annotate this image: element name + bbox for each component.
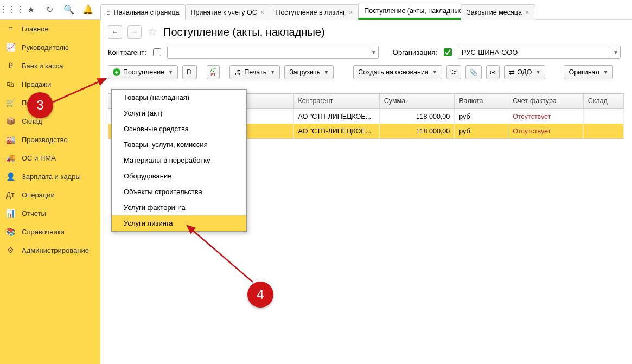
sidebar-item[interactable]: 📊Отчеты: [0, 204, 100, 222]
cell: [584, 109, 624, 124]
dropdown-item[interactable]: Услуги факторинга: [112, 200, 246, 215]
dtkt-button[interactable]: ДтКт: [207, 65, 220, 79]
attach-button[interactable]: 📎: [465, 65, 482, 79]
mail-button[interactable]: ✉: [486, 65, 500, 79]
related-button[interactable]: 🗂: [446, 65, 461, 79]
sidebar-item[interactable]: ₽Банк и касса: [0, 56, 100, 75]
contractor-input[interactable]: [168, 46, 369, 58]
column-header[interactable]: Валюта: [455, 94, 508, 108]
sidebar-item[interactable]: 📚Справочники: [0, 222, 100, 241]
toolbar: + Поступление ▼ 🗋 ДтКт Печать ▼ Загрузит…: [108, 65, 624, 79]
print-button[interactable]: Печать ▼: [229, 65, 280, 79]
dropdown-item[interactable]: Услуги (акт): [112, 105, 246, 121]
favorite-star-icon[interactable]: ☆: [147, 25, 158, 39]
create-button[interactable]: + Поступление ▼: [108, 65, 178, 79]
cell: Отсутствует: [508, 124, 583, 138]
close-icon[interactable]: ×: [260, 8, 265, 16]
dropdown-item[interactable]: Оборудование: [112, 168, 246, 184]
original-label: Оригинал: [569, 68, 599, 76]
history-icon[interactable]: ↻: [42, 2, 58, 17]
close-icon[interactable]: ×: [525, 8, 529, 16]
column-header[interactable]: Сумма: [380, 94, 455, 108]
sidebar-item[interactable]: ДтОперации: [0, 186, 100, 204]
chevron-down-icon: ▼: [603, 69, 608, 75]
contractor-combo[interactable]: ▼: [167, 46, 379, 59]
sidebar-label: Производство: [22, 136, 68, 144]
chevron-down-icon: ▼: [168, 69, 173, 75]
sidebar-item[interactable]: 📈Руководителю: [0, 38, 100, 56]
chevron-down-icon: ▼: [432, 69, 437, 75]
create-based-button[interactable]: Создать на основании ▼: [353, 65, 442, 79]
cell: 118 000,00: [380, 124, 455, 138]
sidebar-icon: 📦: [5, 117, 15, 125]
edo-label: ЭДО: [518, 68, 532, 76]
column-header[interactable]: Счет-фактура: [508, 94, 583, 108]
sidebar-label: ОС и НМА: [22, 154, 56, 162]
tab[interactable]: Поступление (акты, накладные)×: [358, 3, 461, 20]
edo-button[interactable]: ⇄ ЭДО ▼: [504, 65, 546, 79]
org-combo[interactable]: ▼: [458, 46, 621, 59]
filter-row: Контрагент: ▼ Организация: ▼: [108, 46, 624, 59]
close-icon[interactable]: ×: [349, 8, 353, 16]
bell-icon[interactable]: 🔔: [80, 2, 95, 17]
dropdown-item[interactable]: Товары, услуги, комиссия: [112, 137, 246, 152]
original-button[interactable]: Оригинал ▼: [564, 65, 612, 79]
chevron-down-icon: ▼: [536, 69, 541, 75]
forward-button[interactable]: →: [127, 25, 142, 39]
cell: [240, 109, 294, 124]
sidebar-icon: 🛒: [5, 98, 15, 107]
sidebar-icon: 🚚: [5, 154, 15, 162]
tab[interactable]: Закрытие месяца×: [461, 4, 535, 20]
create-dropdown: Товары (накладная)Услуги (акт)Основные с…: [111, 89, 247, 232]
sidebar-item[interactable]: 🏭Производство: [0, 130, 100, 149]
dropdown-item[interactable]: Объекты строительства: [112, 184, 246, 200]
apps-icon[interactable]: ⋮⋮⋮: [4, 2, 20, 17]
sidebar-icon: 🛍: [5, 80, 15, 88]
sidebar-item[interactable]: 🚚ОС и НМА: [0, 149, 100, 167]
cell: [584, 124, 624, 138]
contractor-label: Контрагент:: [108, 48, 146, 56]
print-label: Печать: [244, 68, 266, 76]
contractor-checkbox[interactable]: [153, 48, 161, 56]
column-header[interactable]: [240, 94, 294, 108]
tab[interactable]: ⌂Начальная страница: [100, 4, 186, 20]
sidebar-icon: ≡: [5, 24, 15, 33]
sidebar-item[interactable]: 📦Склад: [0, 112, 100, 130]
tab-label: Начальная страница: [114, 9, 180, 16]
cell: [240, 124, 294, 138]
dropdown-item[interactable]: Материалы в переработку: [112, 152, 246, 168]
star-icon[interactable]: ★: [23, 2, 39, 17]
refresh-button[interactable]: 🗋: [182, 65, 197, 79]
org-checkbox[interactable]: [444, 48, 452, 56]
chevron-down-icon[interactable]: ▼: [369, 46, 378, 58]
sidebar-item[interactable]: 👤Зарплата и кадры: [0, 167, 100, 186]
sidebar-label: Операции: [22, 191, 55, 199]
sidebar-icon: 📈: [5, 43, 15, 52]
sidebar-icon: Дт: [5, 190, 15, 199]
load-button[interactable]: Загрузить ▼: [284, 65, 334, 79]
sidebar-item[interactable]: ⚙Администрирование: [0, 241, 100, 259]
search-icon[interactable]: 🔍: [61, 2, 76, 17]
sidebar-item[interactable]: 🛍Продажи: [0, 75, 100, 93]
org-input[interactable]: [458, 46, 611, 58]
tab[interactable]: Поступление в лизинг×: [270, 4, 359, 20]
dropdown-item[interactable]: Основные средства: [112, 121, 246, 137]
tab[interactable]: Принятие к учету ОС×: [185, 4, 271, 20]
chevron-down-icon[interactable]: ▼: [611, 46, 620, 58]
sidebar-icon: 📊: [5, 209, 15, 218]
column-header[interactable]: Склад: [584, 94, 624, 108]
chevron-down-icon: ▼: [270, 69, 275, 75]
printer-icon: [234, 68, 241, 76]
plus-icon: +: [113, 68, 120, 76]
sidebar-item[interactable]: ≡Главное: [0, 20, 100, 38]
dropdown-item[interactable]: Услуги лизинга: [112, 215, 246, 231]
cell: 118 000,00: [380, 109, 455, 124]
create-based-label: Создать на основании: [358, 68, 429, 76]
dropdown-item[interactable]: Товары (накладная): [112, 90, 246, 105]
back-button[interactable]: ←: [108, 25, 122, 39]
column-header[interactable]: Контрагент: [294, 94, 380, 108]
sidebar-icon: ₽: [5, 61, 15, 70]
callout-3: 3: [27, 92, 53, 118]
cell: Отсутствует: [508, 109, 583, 124]
cell: АО "СТП-ЛИПЕЦКОЕ...: [294, 109, 380, 124]
